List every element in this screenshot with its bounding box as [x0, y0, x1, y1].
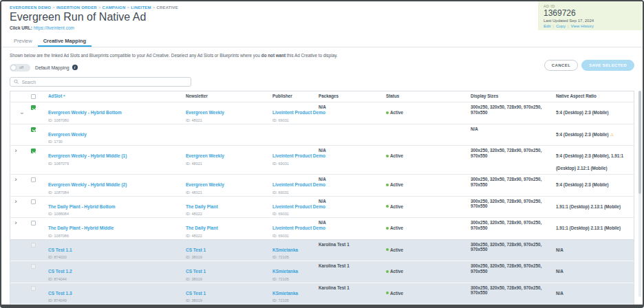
newsletter-cell: CS Test 1ID: 38019 — [186, 283, 272, 305]
adslot-cell: The Daily Plant - Hybrid BottomID: 10880… — [48, 197, 186, 218]
scrollbar-thumb[interactable] — [638, 91, 641, 194]
column-header-newsletter[interactable]: Newsletter — [186, 91, 272, 102]
search-input[interactable] — [22, 80, 187, 85]
table-row[interactable]: CS Test 1.2ID: 874044CS Test 1ID: 38019K… — [10, 261, 634, 283]
ad-action-edit[interactable]: Edit — [544, 24, 550, 28]
native-aspect-ratio-cell: N/A — [556, 283, 634, 305]
breadcrumb-item[interactable]: EVERGREEN DEMO — [10, 6, 51, 10]
save-selected-button[interactable]: SAVE SELECTED — [581, 60, 634, 71]
click-url-link[interactable]: https://liveintent.com — [34, 25, 74, 30]
newsletter-link[interactable]: The Daily Plant — [186, 226, 218, 231]
breadcrumb-item[interactable]: LINEITEM — [131, 6, 151, 10]
adslot-link[interactable]: The Daily Plant - Hybrid Middle — [48, 226, 114, 231]
status-dot-icon — [386, 111, 389, 114]
newsletter-link[interactable]: Evergreen Weekly — [186, 153, 224, 159]
newsletter-link[interactable]: The Daily Plant — [186, 204, 218, 210]
newsletter-link[interactable]: Evergreen Weekly — [186, 182, 224, 188]
adslot-cell: Evergreen Weekly - Hybrid BottomID: 1087… — [48, 102, 186, 124]
publisher-link[interactable]: Liveintent Product Demo — [272, 204, 325, 210]
adslot-link[interactable]: Evergreen Weekly - Hybrid Bottom — [48, 110, 122, 116]
adslot-link[interactable]: Evergreen Weekly - Hybrid Middle (1) — [48, 153, 127, 159]
table-row[interactable]: CS Test 1.4ID: 874862CS Test 1ID: 38019K… — [10, 304, 634, 308]
row-checkbox[interactable] — [31, 177, 36, 182]
tab-bar: Preview Creative Mapping — [1, 36, 643, 47]
default-mapping-toggle[interactable]: off — [10, 64, 30, 72]
adslot-link[interactable]: Evergreen Weekly - Hybrid Middle (2) — [48, 182, 127, 188]
table-row[interactable]: CS Test 1.1ID: 874020CS Test 1ID: 38019K… — [10, 239, 634, 261]
tab-creative-mapping[interactable]: Creative Mapping — [38, 36, 92, 47]
chevron-right-icon[interactable]: › — [15, 177, 17, 195]
publisher-link[interactable]: Liveintent Product Demo — [272, 226, 325, 231]
click-url-label: Click URL: — [10, 25, 32, 30]
newsletter-link[interactable]: Evergreen Weekly — [186, 110, 224, 116]
row-checkbox[interactable] — [31, 105, 36, 110]
publisher-link[interactable]: KSmietanka — [272, 248, 298, 253]
column-header-display-sizes[interactable]: Display Sizes — [471, 91, 556, 102]
status-cell: Active — [386, 197, 471, 218]
row-checkbox[interactable] — [31, 199, 36, 204]
chevron-right-icon[interactable]: › — [15, 220, 17, 238]
ratio-value: N/A — [556, 291, 564, 296]
breadcrumb-item: CREATIVE — [156, 6, 178, 10]
ad-action-copy[interactable]: Copy — [556, 24, 566, 28]
newsletter-cell: Evergreen WeeklyID: 48021 — [186, 146, 272, 174]
column-header-native-aspect-ratio[interactable]: Native Aspect Ratio — [556, 91, 634, 102]
packages-cell: N/A — [319, 102, 386, 124]
adslot-id: ID: 1088084 — [48, 212, 183, 216]
publisher-link[interactable]: KSmietanka — [272, 269, 298, 274]
ad-action-view-history[interactable]: View History — [570, 24, 593, 28]
publisher-cell: KSmietankaID: 72105 — [272, 283, 319, 305]
newsletter-link[interactable]: CS Test 1 — [186, 269, 206, 274]
row-checkbox[interactable] — [31, 221, 36, 226]
chevron-right-icon[interactable]: › — [15, 148, 17, 173]
adslot-link[interactable]: The Daily Plant - Hybrid Bottom — [48, 204, 116, 210]
status-badge: Active — [390, 226, 403, 230]
table-row[interactable]: ›The Daily Plant - Hybrid MiddleID: 1087… — [10, 217, 634, 239]
row-checkbox[interactable] — [31, 148, 36, 153]
ratio-value: 5:4 (Desktop) 2:3 (Mobile) — [556, 182, 609, 187]
chevron-down-icon[interactable]: › — [7, 112, 25, 114]
adslot-link[interactable]: CS Test 1.3 — [48, 291, 72, 296]
publisher-link[interactable]: KSmietanka — [272, 291, 298, 296]
status-badge: Active — [390, 269, 403, 274]
cancel-button[interactable]: CANCEL — [544, 60, 578, 71]
select-all-checkbox[interactable] — [31, 94, 36, 99]
search-icon — [14, 79, 19, 85]
publisher-cell: KSmietankaID: 72105 — [272, 240, 319, 261]
publisher-link[interactable]: Liveintent Product Demo — [272, 153, 325, 159]
adslot-cell: Evergreen Weekly - Hybrid Middle (2)ID: … — [48, 175, 186, 196]
ratio-value: N/A — [556, 248, 564, 252]
tab-preview[interactable]: Preview — [8, 36, 38, 47]
publisher-link[interactable]: Liveintent Product Demo — [272, 110, 325, 116]
display-sizes-cell: 300x250, 320x50, 728x90, 970x250, 970x55… — [471, 218, 556, 239]
chevron-right-icon[interactable]: › — [15, 199, 17, 217]
table-row[interactable]: ›Evergreen Weekly - Hybrid Middle (2)ID:… — [10, 174, 634, 196]
newsletter-link[interactable]: CS Test 1 — [186, 291, 206, 296]
packages-cell: N/A — [319, 175, 386, 196]
expand-cell: › — [10, 197, 21, 218]
scrollbar[interactable] — [638, 91, 641, 297]
table-row[interactable]: ›Evergreen Weekly - Hybrid BottomID: 108… — [10, 102, 634, 124]
adslot-id: ID: 1730 — [48, 140, 183, 144]
publisher-link[interactable]: Liveintent Product Demo — [272, 182, 325, 188]
adslot-link[interactable]: CS Test 1.2 — [48, 269, 72, 274]
breadcrumb-item[interactable]: CAMPAIGN — [103, 6, 126, 10]
adslot-link[interactable]: CS Test 1.1 — [48, 248, 72, 253]
info-icon[interactable]: i — [72, 65, 78, 70]
column-header-status[interactable]: Status — [386, 91, 471, 102]
table-row[interactable]: CS Test 1.3ID: 874049CS Test 1ID: 38019K… — [10, 283, 634, 305]
adslot-link[interactable]: Evergreen Weekly — [48, 132, 87, 138]
column-header-adslot[interactable]: AdSlot▲ — [48, 91, 186, 102]
column-header-packages[interactable]: Packages — [319, 91, 386, 102]
description-text: Shown below are the linked Ad Slots and … — [10, 53, 261, 58]
column-header-publisher[interactable]: Publisher — [272, 91, 319, 102]
table-row[interactable]: ›The Daily Plant - Hybrid BottomID: 1088… — [10, 196, 634, 218]
table-row[interactable]: ›Evergreen Weekly - Hybrid Middle (1)ID:… — [10, 145, 634, 174]
breadcrumb-item[interactable]: INSERTION ORDER — [56, 6, 97, 10]
native-aspect-ratio-cell: N/A — [556, 261, 634, 283]
search-box[interactable] — [10, 77, 191, 87]
table-row[interactable]: Evergreen WeeklyID: 1730N/A5:4 (Desktop)… — [10, 124, 634, 146]
packages-cell: N/A — [319, 218, 386, 239]
row-checkbox[interactable] — [31, 127, 36, 132]
newsletter-link[interactable]: CS Test 1 — [186, 248, 206, 253]
